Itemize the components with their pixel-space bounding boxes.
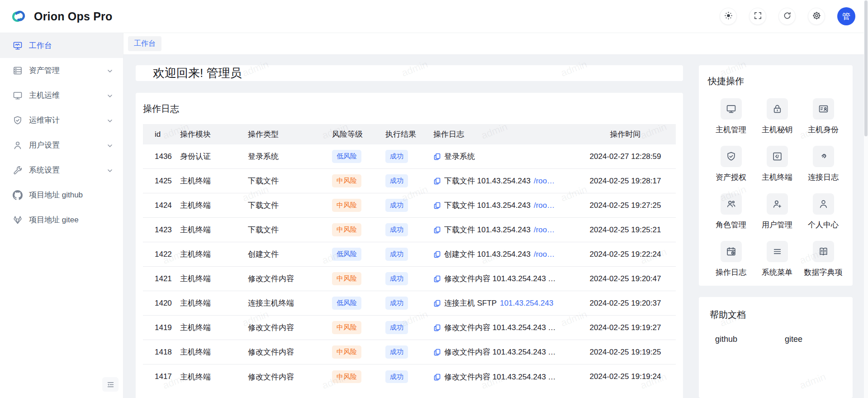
- sidebar-item-6[interactable]: 项目地址 github: [0, 182, 123, 207]
- quick-action-label: 操作日志: [716, 267, 746, 278]
- copy-icon[interactable]: [433, 250, 441, 258]
- quick-action-9[interactable]: 操作日志: [708, 241, 754, 278]
- risk-badge: 低风险: [332, 248, 361, 261]
- workbench-icon: [13, 41, 23, 51]
- result-badge: 成功: [385, 321, 408, 334]
- cell-id: 1419: [143, 323, 180, 332]
- log-link[interactable]: /roo…: [534, 201, 555, 210]
- settings-gear-button[interactable]: [808, 8, 825, 25]
- help-links: githubgitee: [710, 335, 842, 344]
- quick-action-2[interactable]: 主机身份: [800, 98, 846, 135]
- quick-action-1[interactable]: 主机秘钥: [754, 98, 800, 135]
- refresh-button[interactable]: [778, 8, 796, 25]
- id-card-icon: [813, 98, 834, 120]
- quick-action-6[interactable]: 角色管理: [708, 193, 754, 230]
- sidebar-item-2[interactable]: 主机运维: [0, 83, 123, 108]
- result-badge: 成功: [385, 297, 408, 310]
- cell-type: 连接主机终端: [248, 298, 332, 308]
- cell-id: 1420: [143, 299, 180, 308]
- sidebar-item-5[interactable]: 系统设置: [0, 158, 123, 182]
- cell-module: 主机终端: [180, 176, 248, 186]
- quick-action-label: 角色管理: [716, 220, 746, 230]
- cell-result: 成功: [385, 297, 433, 310]
- log-link[interactable]: 101.43.254.243: [500, 299, 553, 308]
- quick-action-5[interactable]: 连接日志: [800, 146, 846, 182]
- log-table-row: 1420主机终端连接主机终端低风险成功连接主机 SFTP 101.43.254.…: [143, 291, 676, 316]
- copy-icon[interactable]: [433, 324, 441, 331]
- cell-id: 1425: [143, 177, 180, 186]
- quick-action-0[interactable]: 主机管理: [708, 98, 754, 135]
- cell-log: 连接主机 SFTP 101.43.254.243: [433, 298, 583, 308]
- log-link[interactable]: /roo…: [534, 177, 555, 186]
- fullscreen-button[interactable]: [749, 8, 766, 25]
- refresh-icon: [783, 11, 792, 22]
- cell-time: 2024-02-25 19:19:24: [583, 372, 676, 381]
- copy-icon[interactable]: [433, 226, 441, 234]
- cell-type: 修改文件内容: [248, 322, 332, 333]
- result-badge: 成功: [385, 272, 408, 285]
- gitee-icon: [13, 215, 23, 225]
- help-link-gitee[interactable]: gitee: [785, 335, 802, 344]
- quick-action-8[interactable]: 个人中心: [800, 193, 846, 230]
- cell-id: 1424: [143, 201, 180, 210]
- log-table-row: 1436身份认证登录系统低风险成功登录系统2024-02-27 12:28:59: [143, 144, 676, 169]
- cell-module: 主机终端: [180, 200, 248, 211]
- chevron-down-icon: [107, 67, 113, 74]
- cell-result: 成功: [385, 321, 433, 334]
- sidebar: 工作台资产管理主机运维运维审计用户设置系统设置项目地址 github项目地址 g…: [0, 33, 123, 398]
- user-icon: [813, 193, 834, 215]
- copy-icon[interactable]: [433, 201, 441, 209]
- risk-badge: 中风险: [332, 199, 361, 212]
- menu-fold-icon: [107, 381, 114, 388]
- col-header-log: 操作日志: [433, 129, 583, 139]
- copy-icon[interactable]: [433, 275, 441, 283]
- quick-action-label: 主机身份: [808, 125, 839, 135]
- log-link[interactable]: /roo…: [534, 225, 555, 235]
- user-icon: [13, 140, 23, 150]
- log-table-header: id 操作模块 操作类型 风险等级 执行结果 操作日志 操作时间: [143, 124, 676, 144]
- user-avatar[interactable]: 管: [837, 7, 855, 25]
- log-message: 下载文件 101.43.254.243: [444, 225, 531, 235]
- sidebar-collapse-button[interactable]: [102, 377, 119, 392]
- cell-id: 1422: [143, 250, 180, 259]
- copy-icon[interactable]: [433, 348, 441, 356]
- sidebar-item-1[interactable]: 资产管理: [0, 58, 123, 83]
- quick-actions-grid: 主机管理主机秘钥主机身份资产授权主机终端连接日志角色管理用户管理个人中心操作日志…: [708, 98, 846, 278]
- quick-action-11[interactable]: 数据字典项: [800, 241, 846, 278]
- quick-action-7[interactable]: 用户管理: [754, 193, 800, 230]
- terminal-icon: [767, 146, 788, 167]
- copy-icon[interactable]: [433, 177, 441, 185]
- sidebar-item-3[interactable]: 运维审计: [0, 108, 123, 133]
- result-badge: 成功: [385, 150, 408, 163]
- cell-result: 成功: [385, 223, 433, 236]
- scrollbar-thumb[interactable]: [864, 0, 868, 136]
- log-message: 修改文件内容 101.43.254.243 …: [444, 322, 556, 333]
- sidebar-item-7[interactable]: 项目地址 gitee: [0, 207, 123, 232]
- cell-module: 主机终端: [180, 249, 248, 259]
- cell-type: 下载文件: [248, 225, 332, 235]
- copy-icon[interactable]: [433, 373, 441, 381]
- orion-logo-icon: [9, 7, 28, 26]
- chevron-down-icon: [107, 117, 113, 124]
- github-icon: [13, 190, 23, 200]
- help-link-github[interactable]: github: [715, 335, 737, 344]
- log-link[interactable]: /roo…: [534, 250, 555, 259]
- cell-module: 主机终端: [180, 225, 248, 235]
- quick-action-label: 系统菜单: [762, 267, 792, 278]
- quick-action-10[interactable]: 系统菜单: [754, 241, 800, 278]
- chevron-down-icon: [107, 142, 113, 149]
- risk-badge: 中风险: [332, 174, 361, 187]
- sidebar-item-4[interactable]: 用户设置: [0, 133, 123, 158]
- sidebar-item-0[interactable]: 工作台: [0, 33, 123, 58]
- breadcrumb[interactable]: 工作台: [128, 36, 161, 51]
- copy-icon[interactable]: [433, 299, 441, 307]
- copy-icon[interactable]: [433, 153, 441, 160]
- cell-id: 1423: [143, 225, 180, 235]
- result-badge: 成功: [385, 199, 408, 212]
- theme-sun-button[interactable]: [720, 8, 737, 25]
- app-logo[interactable]: Orion Ops Pro: [0, 7, 112, 26]
- quick-action-3[interactable]: 资产授权: [708, 146, 754, 182]
- lock-icon: [767, 98, 788, 120]
- operation-log-card: 操作日志 id 操作模块 操作类型 风险等级 执行结果 操作日志 操作时间 14…: [136, 93, 683, 398]
- quick-action-4[interactable]: 主机终端: [754, 146, 800, 182]
